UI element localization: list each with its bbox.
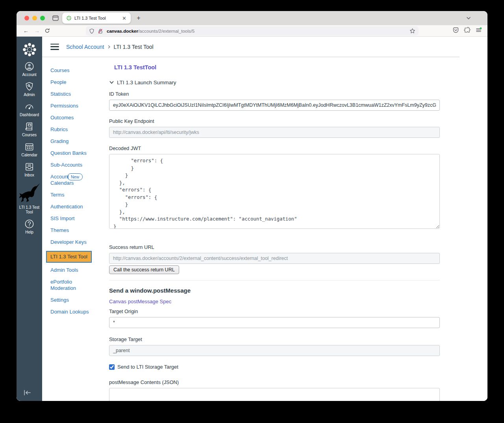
decoded-jwt-textarea[interactable]: "errors": { } } }, "errors": { "errors":… xyxy=(109,154,440,229)
decoded-jwt-label: Decoded JWT xyxy=(109,145,440,151)
tab-close-icon[interactable]: ✕ xyxy=(121,15,128,21)
app-menu-icon[interactable] xyxy=(475,27,482,33)
minimize-window-button[interactable] xyxy=(32,16,37,20)
url-path: /accounts/2/external_tools/5 xyxy=(138,29,195,33)
nav-item-domain-lookups[interactable]: Domain Lookups xyxy=(50,309,97,315)
id-token-label: ID Token xyxy=(109,91,440,97)
target-origin-input[interactable] xyxy=(109,317,440,328)
browser-toolbar: ← → canvas.docker/accounts/2/external_to… xyxy=(17,25,487,37)
screenshot-stage: LTI 1.3 Test Tool ✕ + ← → xyxy=(0,0,504,423)
launch-summary-label: LTI 1.3 Launch Summary xyxy=(117,80,176,85)
nav-item-people[interactable]: People xyxy=(50,79,97,85)
bookmark-star-icon[interactable] xyxy=(410,28,415,34)
dashboard-gauge-icon xyxy=(24,102,34,111)
toolbar-right-icons xyxy=(452,27,482,33)
sidebar-item-calendar[interactable]: Calendar xyxy=(17,142,42,158)
breadcrumb: School Account LTI 1.3 Test Tool xyxy=(66,44,154,50)
tab-favicon-canvas-icon xyxy=(66,15,72,21)
new-badge: New xyxy=(67,173,83,180)
nav-item-eportfolio-moderation[interactable]: ePortfolio Moderation xyxy=(50,279,82,291)
unicorn-icon xyxy=(19,182,41,204)
url-bar[interactable]: canvas.docker/accounts/2/external_tools/… xyxy=(86,26,419,35)
insecure-lock-slash-icon[interactable] xyxy=(98,28,103,34)
call-success-return-url-button[interactable]: Call the success return URL xyxy=(109,265,179,274)
lti-tool-main: LTI 1.3 TestTool LTI 1.3 Launch Summary … xyxy=(109,57,440,401)
reload-icon[interactable] xyxy=(43,27,51,35)
send-to-lti-storage-checkbox[interactable] xyxy=(109,364,115,370)
nav-item-question-banks[interactable]: Question Banks xyxy=(50,150,97,156)
browser-tab-bar: LTI 1.3 Test Tool ✕ + xyxy=(17,11,487,25)
breadcrumb-link-school-account[interactable]: School Account xyxy=(66,44,104,50)
inbox-icon xyxy=(24,162,34,172)
pocket-icon[interactable] xyxy=(452,27,459,33)
forward-button[interactable]: → xyxy=(33,27,41,35)
breadcrumb-current: LTI 1.3 Test Tool xyxy=(114,44,154,50)
extensions-puzzle-icon[interactable] xyxy=(464,27,471,33)
nav-item-terms[interactable]: Terms xyxy=(50,192,97,198)
public-key-endpoint-label: Public Key Endpoint xyxy=(109,118,440,124)
global-nav-sidebar: Account Admin Dashboard xyxy=(17,37,42,401)
launch-summary-toggle[interactable]: LTI 1.3 Launch Summary xyxy=(109,80,440,85)
new-tab-button[interactable]: + xyxy=(134,13,143,23)
url-text: canvas.docker/accounts/2/external_tools/… xyxy=(107,29,410,33)
body-row: Courses People Statistics Permissions Ou… xyxy=(42,57,487,401)
nav-item-account-calendars[interactable]: Account Calendars New xyxy=(50,174,80,186)
storage-target-label: Storage Target xyxy=(109,336,440,342)
nav-item-statistics[interactable]: Statistics xyxy=(50,91,97,97)
postmessage-contents-textarea[interactable] xyxy=(109,388,440,401)
nav-item-sis-import[interactable]: SIS Import xyxy=(50,215,97,222)
public-key-endpoint-input[interactable] xyxy=(109,127,440,138)
breadcrumb-header: School Account LTI 1.3 Test Tool xyxy=(42,37,460,57)
chevron-down-icon xyxy=(109,80,114,85)
id-token-input[interactable] xyxy=(109,100,440,111)
send-to-lti-storage-label: Send to LTI Storage Target xyxy=(117,364,178,370)
chevron-right-icon xyxy=(107,45,111,49)
help-icon xyxy=(24,219,34,229)
sidebar-item-courses[interactable]: Courses xyxy=(17,122,42,137)
target-origin-label: Target Origin xyxy=(109,308,440,314)
nav-item-rubrics[interactable]: Rubrics xyxy=(50,126,97,133)
course-nav-hamburger-icon[interactable] xyxy=(50,44,59,50)
nav-item-sub-accounts[interactable]: Sub-Accounts xyxy=(50,162,97,168)
success-return-url-label: Success return URL xyxy=(109,244,440,250)
collapse-sidebar-icon[interactable] xyxy=(23,388,32,397)
send-to-lti-storage-row: Send to LTI Storage Target xyxy=(109,364,440,370)
canvas-logo-icon[interactable] xyxy=(22,42,37,57)
sidebar-item-help[interactable]: Help xyxy=(17,219,42,235)
nav-item-themes[interactable]: Themes xyxy=(50,227,97,234)
sidebar-item-inbox[interactable]: Inbox xyxy=(17,162,42,178)
nav-item-courses[interactable]: Courses xyxy=(50,67,97,74)
shield-permissions-icon[interactable] xyxy=(89,28,94,34)
calendar-icon xyxy=(24,142,34,152)
nav-item-developer-keys[interactable]: Developer Keys xyxy=(50,239,97,245)
browser-window: LTI 1.3 Test Tool ✕ + ← → xyxy=(17,11,487,401)
zoom-window-button[interactable] xyxy=(40,16,45,20)
main-wrap: School Account LTI 1.3 Test Tool Courses… xyxy=(42,37,487,401)
nav-item-permissions[interactable]: Permissions xyxy=(50,103,97,109)
tab-list-chevron-down-icon[interactable] xyxy=(465,15,472,21)
success-return-url-input[interactable] xyxy=(109,253,440,264)
back-button[interactable]: ← xyxy=(22,27,30,35)
nav-item-grading[interactable]: Grading xyxy=(50,138,97,145)
postmessage-contents-label: postMessage Contents (JSON) xyxy=(109,379,440,385)
postmessage-heading: Send a window.postMessage xyxy=(109,287,440,294)
nav-item-settings[interactable]: Settings xyxy=(50,297,97,303)
courses-book-icon xyxy=(24,122,34,132)
nav-item-authentication[interactable]: Authentication xyxy=(50,204,97,210)
window-controls xyxy=(24,16,45,20)
nav-item-lti-test-tool-active[interactable]: LTI 1.3 Test Tool xyxy=(46,251,92,263)
close-window-button[interactable] xyxy=(24,16,29,20)
sidebar-item-admin[interactable]: Admin xyxy=(17,82,42,97)
sidebar-item-account[interactable]: Account xyxy=(17,61,42,77)
browser-tab[interactable]: LTI 1.3 Test Tool ✕ xyxy=(62,13,131,24)
tab-title: LTI 1.3 Test Tool xyxy=(74,16,121,20)
canvas-postmessage-spec-link[interactable]: Canvas postMessage Spec xyxy=(109,299,171,304)
sidebar-item-lti-test-tool[interactable]: LTI 1.3 Test Tool xyxy=(17,182,42,215)
nav-item-outcomes[interactable]: Outcomes xyxy=(50,115,97,121)
storage-target-input[interactable] xyxy=(109,345,440,356)
page-title: LTI 1.3 TestTool xyxy=(109,64,440,70)
user-icon xyxy=(24,61,34,71)
firefox-view-icon[interactable] xyxy=(52,15,59,22)
nav-item-admin-tools[interactable]: Admin Tools xyxy=(50,267,97,273)
sidebar-item-dashboard[interactable]: Dashboard xyxy=(17,102,42,117)
